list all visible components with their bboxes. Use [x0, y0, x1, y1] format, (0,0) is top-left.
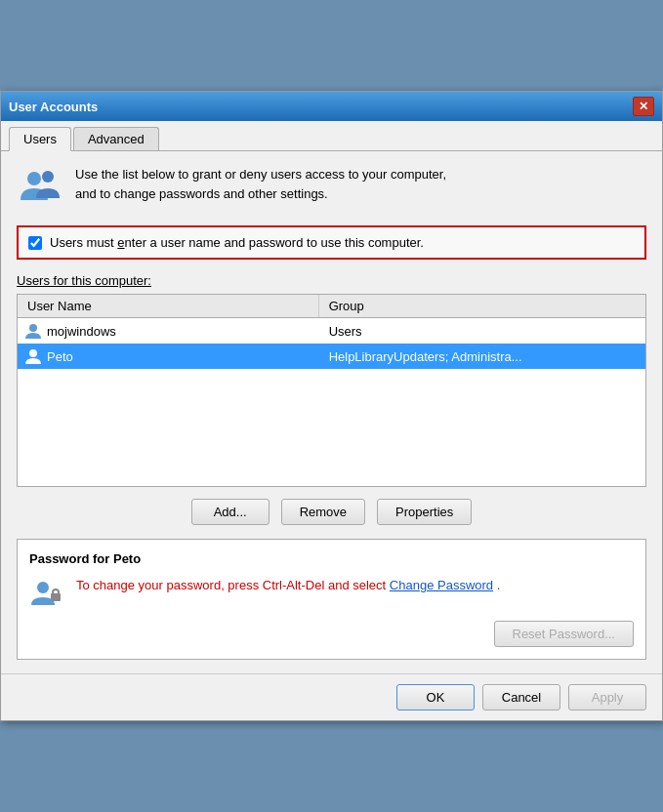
- password-user-icon: [29, 576, 64, 611]
- password-section-title: Password for Peto: [29, 551, 634, 566]
- bottom-bar: OK Cancel Apply: [1, 673, 662, 720]
- user-group-peto: HelpLibraryUpdaters; Administra...: [319, 345, 645, 368]
- user-row-mojwindows[interactable]: mojwindows Users: [18, 318, 645, 344]
- tab-advanced[interactable]: Advanced: [73, 127, 159, 150]
- action-buttons: Add... Remove Properties: [17, 499, 646, 525]
- users-icon: [17, 165, 63, 212]
- tabs-container: Users Advanced: [1, 121, 662, 151]
- tabs: Users Advanced: [9, 127, 654, 150]
- svg-point-4: [37, 582, 49, 593]
- svg-point-1: [42, 171, 54, 183]
- reset-password-button[interactable]: Reset Password...: [494, 621, 635, 647]
- close-button[interactable]: ✕: [633, 97, 654, 116]
- ok-button[interactable]: OK: [396, 684, 475, 710]
- window-title: User Accounts: [9, 100, 98, 114]
- reset-btn-row: Reset Password...: [29, 621, 634, 647]
- svg-rect-6: [53, 589, 59, 595]
- users-svg: [17, 165, 63, 212]
- apply-button[interactable]: Apply: [568, 684, 646, 710]
- user-accounts-window: User Accounts ✕ Users Advanced: [0, 91, 663, 721]
- user-icon-peto: [23, 346, 43, 366]
- user-list-header: User Name Group: [18, 295, 645, 318]
- users-section-label: Users for this computer:: [17, 273, 646, 288]
- tab-users[interactable]: Users: [9, 127, 71, 151]
- user-icon-mojwindows: [23, 321, 43, 341]
- svg-point-3: [29, 349, 37, 357]
- column-username: User Name: [18, 295, 319, 317]
- checkbox-label: Users must enter a user name and passwor…: [50, 235, 424, 250]
- user-name-peto: Peto: [47, 345, 319, 368]
- svg-point-2: [29, 324, 37, 332]
- password-info-text: To change your password, press Ctrl-Alt-…: [76, 576, 500, 595]
- title-bar: User Accounts ✕: [1, 92, 662, 121]
- info-row: Use the list below to grant or deny user…: [17, 165, 646, 212]
- must-enter-password-row: Users must enter a user name and passwor…: [17, 225, 646, 260]
- add-button[interactable]: Add...: [191, 499, 269, 525]
- password-info-row: To change your password, press Ctrl-Alt-…: [29, 576, 634, 611]
- list-empty-space: [18, 369, 645, 486]
- password-section: Password for Peto To change your passwor…: [17, 539, 646, 660]
- user-list-container: User Name Group mojwindows Users: [17, 294, 646, 487]
- properties-button[interactable]: Properties: [377, 499, 472, 525]
- user-group-mojwindows: Users: [319, 320, 645, 343]
- cancel-button[interactable]: Cancel: [482, 684, 560, 710]
- must-enter-password-checkbox[interactable]: [28, 236, 42, 250]
- info-text: Use the list below to grant or deny user…: [75, 165, 446, 203]
- remove-button[interactable]: Remove: [281, 499, 365, 525]
- column-group: Group: [319, 295, 645, 317]
- main-content: Use the list below to grant or deny user…: [1, 151, 662, 673]
- user-name-mojwindows: mojwindows: [47, 320, 319, 343]
- user-row-peto[interactable]: Peto HelpLibraryUpdaters; Administra...: [18, 344, 645, 369]
- svg-point-0: [27, 172, 41, 185]
